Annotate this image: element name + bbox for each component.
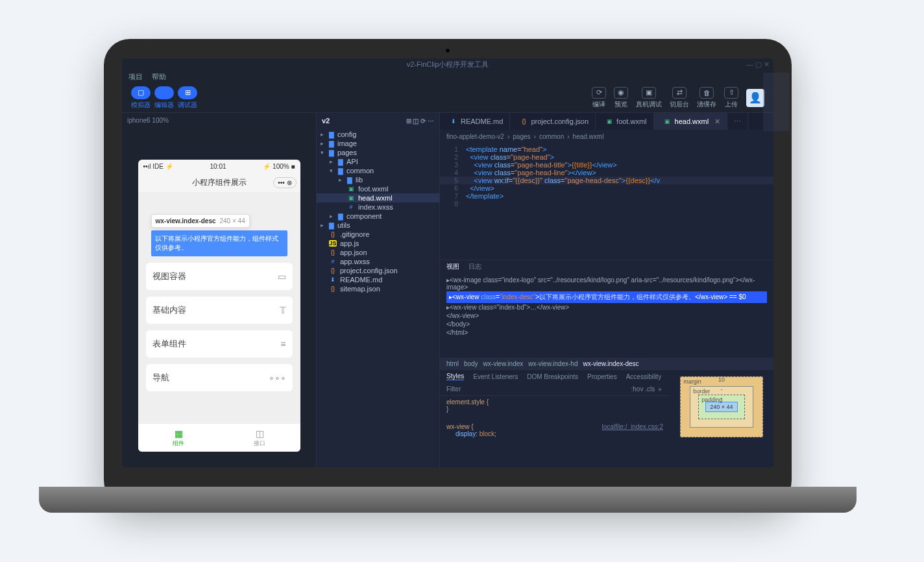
list-item[interactable]: 基础内容𝕋 (146, 297, 293, 324)
tree-app.js[interactable]: JSapp.js (317, 239, 439, 248)
styles-filter-actions[interactable]: :hov .cls ＋ (631, 385, 663, 394)
tab-api[interactable]: ◫接口 (219, 424, 300, 452)
box-model: margin 10 border - padding - 240 × 44 (670, 370, 773, 467)
phone-statusbar: ••ıl IDE ⚡ 10:01 ⚡ 100% ■ (138, 160, 300, 173)
file-explorer: v2 ⊞ ◫ ⟳ ⋯ ▸▇config▸▇image▾▇pages▸▇API▾▇… (317, 113, 440, 467)
toolbar: ▢模拟器编辑器⊞调试器 ⟳编译◉预览▣真机调试⇄切后台🗑清缓存⇧上传 👤 (122, 83, 773, 113)
window-controls[interactable]: — ▢ ✕ (746, 60, 770, 69)
toolbar-调试器[interactable]: ⊞调试器 (178, 86, 197, 110)
simulator-panel: iphone6 100% ••ıl IDE ⚡ 10:01 ⚡ 100% ■ 小… (122, 113, 317, 467)
elements-panel[interactable]: ▸<wx-image class="index-logo" src="../re… (440, 273, 773, 358)
styles-tabs: StylesEvent ListenersDOM BreakpointsProp… (440, 370, 670, 383)
action-真机调试[interactable]: ▣真机调试 (636, 87, 662, 109)
tree-API[interactable]: ▸▇API (317, 157, 439, 166)
laptop-frame: v2-FinClip小程序开发工具 — ▢ ✕ 项目 帮助 ▢模拟器编辑器⊞调试… (104, 39, 792, 506)
simulator-device-label: iphone6 100% (122, 113, 316, 127)
list-item[interactable]: 表单组件≡ (146, 330, 293, 358)
menubar: 项目 帮助 (122, 70, 773, 83)
action-清缓存[interactable]: 🗑清缓存 (697, 87, 716, 109)
phone-tabbar: ▦组件 ◫接口 (138, 423, 300, 452)
tab-project.config.json[interactable]: {}project.config.json (510, 113, 596, 130)
menu-project[interactable]: 项目 (128, 72, 143, 82)
tree-foot.wxml[interactable]: ▣foot.wxml (317, 184, 439, 193)
user-avatar[interactable]: 👤 (746, 89, 764, 107)
action-切后台[interactable]: ⇄切后台 (670, 87, 689, 109)
tree-index.wxss[interactable]: #index.wxss (317, 202, 439, 212)
action-预览[interactable]: ◉预览 (614, 87, 628, 109)
action-编译[interactable]: ⟳编译 (592, 87, 606, 109)
phone-navbar: 小程序组件展示 ••• ⊗ (138, 173, 300, 192)
explorer-header: v2 ⊞ ◫ ⟳ ⋯ (317, 113, 439, 128)
selected-element[interactable]: 以下将展示小程序官方组件能力，组件样式仅供参考。 (151, 230, 287, 256)
tree-head.wxml[interactable]: ▣head.wxml (317, 193, 439, 202)
toolbar-模拟器[interactable]: ▢模拟器 (131, 86, 151, 110)
devtools-top-tabs: 视图 日志 (440, 260, 773, 273)
dom-breadcrumb[interactable]: htmlbodywx-view.indexwx-view.index-hdwx-… (440, 358, 773, 369)
explorer-actions[interactable]: ⊞ ◫ ⟳ ⋯ (406, 117, 434, 125)
inspect-tooltip: wx-view.index-desc 240 × 44 (151, 214, 250, 228)
list-item[interactable]: 视图容器▭ (146, 263, 293, 290)
capsule-button[interactable]: ••• ⊗ (273, 177, 296, 188)
phone-simulator: ••ıl IDE ⚡ 10:01 ⚡ 100% ■ 小程序组件展示 ••• ⊗ … (138, 160, 300, 452)
main-area: iphone6 100% ••ıl IDE ⚡ 10:01 ⚡ 100% ■ 小… (122, 113, 773, 467)
dom-selected-node[interactable]: ▸<wx-view class="index-desc">以下将展示小程序官方组… (446, 291, 767, 303)
devtools-panel: 视图 日志 ▸<wx-image class="index-logo" src=… (440, 260, 773, 467)
app-screen: v2-FinClip小程序开发工具 — ▢ ✕ 项目 帮助 ▢模拟器编辑器⊞调试… (122, 58, 773, 467)
tree-README.md[interactable]: ⬇README.md (317, 275, 439, 284)
tree-utils[interactable]: ▸▇utils (317, 221, 439, 230)
toolbar-编辑器[interactable]: 编辑器 (154, 86, 174, 110)
tree-common[interactable]: ▾▇common (317, 166, 439, 175)
tree-.gitignore[interactable]: {}.gitignore (317, 230, 439, 239)
tree-config[interactable]: ▸▇config (317, 130, 439, 139)
tree-project.config.json[interactable]: {}project.config.json (317, 266, 439, 275)
tabs-overflow[interactable]: ⋯ (727, 113, 748, 130)
camera-notch (445, 48, 450, 53)
styles-filter-row: Filter :hov .cls ＋ (440, 383, 670, 396)
tab-component[interactable]: ▦组件 (138, 424, 219, 452)
tree-lib[interactable]: ▸▇lib (317, 175, 439, 184)
menu-help[interactable]: 帮助 (152, 72, 166, 82)
list-item[interactable]: 导航∘∘∘ (146, 364, 293, 391)
window-title: v2-FinClip小程序开发工具 (407, 60, 489, 69)
tree-component[interactable]: ▸▇component (317, 212, 439, 221)
tree-app.json[interactable]: {}app.json (317, 248, 439, 257)
action-上传[interactable]: ⇧上传 (724, 87, 738, 109)
tab-head.wxml[interactable]: ▣head.wxml✕ (654, 113, 728, 130)
tree-app.wxss[interactable]: #app.wxss (317, 257, 439, 266)
tree-sitemap.json[interactable]: {}sitemap.json (317, 284, 439, 293)
code-editor[interactable]: 1<template name="head">2 <view class="pa… (440, 143, 773, 260)
tree-pages[interactable]: ▾▇pages (317, 148, 439, 157)
phone-body: wx-view.index-desc 240 × 44 以下将展示小程序官方组件… (138, 192, 300, 423)
window-titlebar: v2-FinClip小程序开发工具 — ▢ ✕ (122, 58, 773, 70)
styles-rules[interactable]: element.style {}</span><div class="sel-n… (440, 396, 670, 440)
editor-panel: ⬇README.md{}project.config.json▣foot.wxm… (440, 113, 773, 467)
breadcrumb: fino-applet-demo-v2 › pages › common › h… (440, 130, 773, 143)
styles-filter[interactable]: Filter (446, 385, 461, 393)
tree-image[interactable]: ▸▇image (317, 139, 439, 148)
tab-foot.wxml[interactable]: ▣foot.wxml (596, 113, 653, 130)
tab-README.md[interactable]: ⬇README.md (440, 113, 510, 130)
